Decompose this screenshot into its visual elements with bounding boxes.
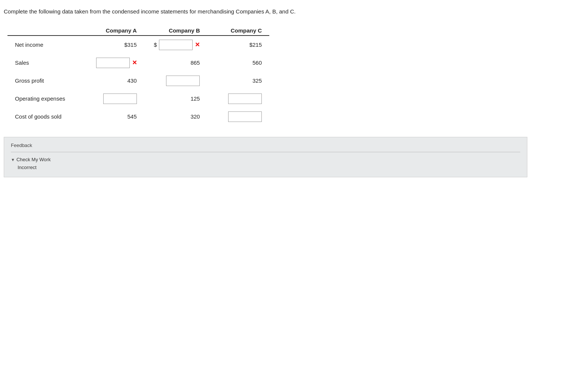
cell-value: 560 bbox=[239, 59, 262, 66]
income-statement-table: Company A Company B Company C Net income… bbox=[7, 25, 269, 126]
input-prefix: $ bbox=[154, 42, 157, 48]
cell-0-company_b[interactable]: $✕ bbox=[144, 36, 208, 54]
table-row: Operating expenses125 bbox=[7, 90, 269, 108]
row-label-4: Cost of goods sold bbox=[7, 108, 82, 126]
cell-value: $215 bbox=[239, 42, 262, 48]
instruction-text: Complete the following data taken from t… bbox=[4, 7, 563, 16]
col-header-company-b: Company B bbox=[144, 25, 208, 36]
input-3-company_a[interactable] bbox=[103, 94, 137, 104]
table-row: Cost of goods sold545320 bbox=[7, 108, 269, 126]
cell-2-company_a: 430 bbox=[82, 72, 144, 90]
triangle-icon: ▼ bbox=[11, 157, 15, 162]
input-2-company_b[interactable] bbox=[166, 76, 200, 86]
x-mark-icon: ✕ bbox=[132, 59, 137, 66]
cell-1-company_b: 865 bbox=[144, 54, 208, 72]
cell-0-company_a: $315 bbox=[82, 36, 144, 54]
cell-value: 865 bbox=[177, 59, 200, 66]
row-label-3: Operating expenses bbox=[7, 90, 82, 108]
input-3-company_c[interactable] bbox=[228, 94, 262, 104]
cell-value: 430 bbox=[114, 77, 137, 84]
table-row: Gross profit430325 bbox=[7, 72, 269, 90]
cell-4-company_a: 545 bbox=[82, 108, 144, 126]
cell-1-company_a[interactable]: ✕ bbox=[82, 54, 144, 72]
cell-value: $315 bbox=[114, 42, 137, 48]
feedback-title: Feedback bbox=[11, 143, 520, 148]
check-my-work-label: Check My Work bbox=[16, 157, 51, 162]
cell-value: 545 bbox=[114, 113, 137, 120]
row-label-2: Gross profit bbox=[7, 72, 82, 90]
cell-value: 125 bbox=[177, 95, 200, 102]
table-row: Net income$315$✕$215 bbox=[7, 36, 269, 54]
cell-value: 325 bbox=[239, 77, 262, 84]
row-label-0: Net income bbox=[7, 36, 82, 54]
x-mark-icon: ✕ bbox=[195, 41, 200, 48]
cell-0-company_c: $215 bbox=[207, 36, 269, 54]
col-header-company-c: Company C bbox=[207, 25, 269, 36]
table-row: Sales✕865560 bbox=[7, 54, 269, 72]
cell-3-company_b: 125 bbox=[144, 90, 208, 108]
cell-2-company_b[interactable] bbox=[144, 72, 208, 90]
cell-3-company_a[interactable] bbox=[82, 90, 144, 108]
feedback-divider bbox=[11, 152, 520, 152]
col-header-company-a: Company A bbox=[82, 25, 144, 36]
check-my-work-row[interactable]: ▼ Check My Work bbox=[11, 157, 520, 162]
row-label-1: Sales bbox=[7, 54, 82, 72]
cell-3-company_c[interactable] bbox=[207, 90, 269, 108]
main-table-container: Company A Company B Company C Net income… bbox=[7, 25, 563, 126]
result-text: Incorrect bbox=[18, 165, 520, 170]
cell-4-company_b: 320 bbox=[144, 108, 208, 126]
col-header-row bbox=[7, 25, 82, 36]
cell-1-company_c: 560 bbox=[207, 54, 269, 72]
input-0-company_b[interactable] bbox=[159, 40, 193, 50]
cell-value: 320 bbox=[177, 113, 200, 120]
cell-2-company_c: 325 bbox=[207, 72, 269, 90]
feedback-box: Feedback ▼ Check My Work Incorrect bbox=[4, 137, 527, 177]
cell-4-company_c[interactable] bbox=[207, 108, 269, 126]
input-1-company_a[interactable] bbox=[96, 58, 130, 68]
input-4-company_c[interactable] bbox=[228, 111, 262, 122]
